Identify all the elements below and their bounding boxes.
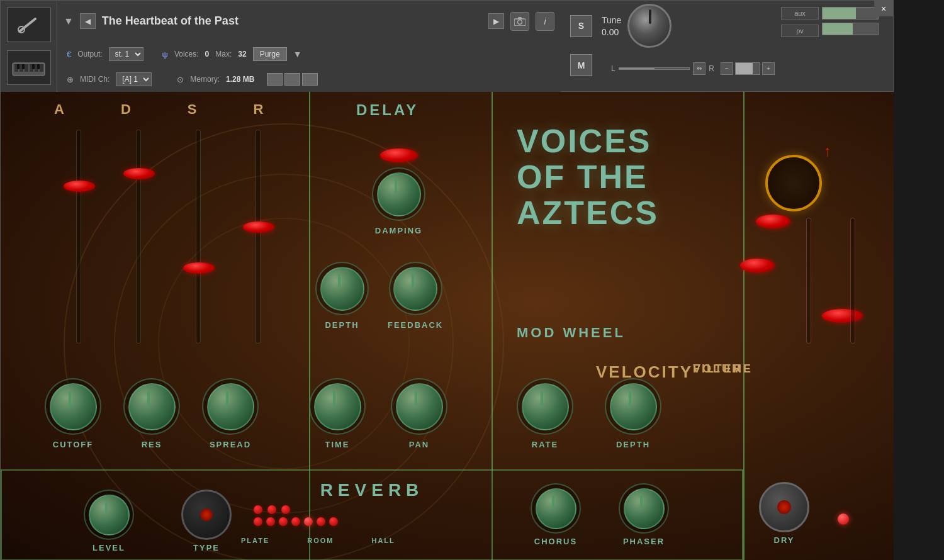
l-label: L [611, 64, 615, 73]
res-knob[interactable] [128, 383, 176, 430]
right-red-oval-1 [740, 259, 775, 272]
mem-bar-3 [302, 73, 318, 86]
svg-rect-12 [37, 64, 40, 69]
s-label: S [188, 101, 197, 118]
level-knob[interactable] [89, 495, 130, 535]
plate-dot-2[interactable] [267, 505, 276, 514]
d-slider-track[interactable] [136, 130, 141, 344]
right-red-oval-2 [822, 309, 863, 323]
adsr-labels: A D S R [54, 101, 263, 118]
lr-slider[interactable] [619, 67, 690, 70]
dry-knob[interactable] [759, 482, 809, 532]
a-slider-track[interactable] [76, 130, 81, 344]
m-button[interactable]: M [570, 54, 592, 76]
pan-knob[interactable] [396, 383, 443, 430]
room-dot-7[interactable] [329, 517, 338, 526]
dry-label: DRY [774, 535, 795, 545]
lr-center-btn[interactable]: ⇔ [693, 62, 705, 75]
a-label: A [54, 101, 64, 118]
purge-dropdown-arrow[interactable]: ▼ [293, 49, 302, 59]
memory-bars [267, 73, 318, 86]
room-dot-6[interactable] [317, 517, 325, 526]
room-dot-3[interactable] [279, 517, 288, 526]
spread-knob-circle [202, 378, 259, 435]
instrument-title: VOICES OF THE AZTECS [517, 123, 659, 232]
s-slider-track[interactable] [196, 130, 201, 344]
prev-preset-button[interactable]: ◀ [80, 13, 96, 29]
camera-button[interactable] [510, 12, 529, 31]
damping-knob[interactable] [377, 172, 421, 216]
level-label: LEVEL [93, 543, 125, 552]
mod-rate-knob-circle [517, 378, 573, 435]
pv-button[interactable]: pv [781, 25, 819, 37]
vol-plus-btn[interactable]: + [762, 62, 775, 75]
plate-dot-3[interactable] [281, 505, 290, 514]
keyboard-icon[interactable] [7, 50, 51, 85]
right-slider-2[interactable] [850, 218, 855, 344]
depth-delay-knob-circle [315, 262, 369, 315]
vol-minus-btn[interactable]: − [721, 62, 733, 75]
title-line1: VOICES [517, 123, 659, 159]
dry-indicator-dot[interactable] [838, 513, 849, 525]
mod-depth-knob-circle [605, 378, 661, 435]
room-dot-1[interactable] [254, 517, 262, 526]
room-dot-4[interactable] [291, 517, 300, 526]
phaser-label: PHASER [623, 537, 665, 546]
feedback-container: FEEDBACK [388, 262, 443, 330]
feedback-knob[interactable] [393, 267, 437, 311]
cutoff-container: CUTOFF [45, 378, 101, 449]
tune-label: Tune [602, 15, 621, 25]
modwheel-label: MOD WHEEL [517, 325, 626, 340]
r-label: R [709, 64, 714, 73]
right-slider-1[interactable] [806, 218, 811, 344]
room-dot-2[interactable] [266, 517, 275, 526]
s-button[interactable]: S [570, 15, 592, 37]
yellow-ring-knob[interactable]: ↑ [765, 155, 822, 211]
plate-dot-1[interactable] [254, 505, 262, 514]
chorus-knob[interactable] [536, 488, 576, 529]
mod-depth-label: DEPTH [616, 440, 650, 449]
cutoff-label: CUTOFF [53, 440, 93, 449]
purge-button[interactable]: Purge [253, 47, 287, 61]
close-button[interactable]: × [874, 1, 893, 16]
mem-bar-1 [267, 73, 283, 86]
reverb-label: REVERB [320, 480, 424, 500]
output-dropdown[interactable]: st. 1 [109, 47, 143, 61]
time-label: TIME [325, 440, 349, 449]
info-button[interactable]: i [536, 12, 554, 31]
r-slider-handle[interactable] [243, 221, 274, 233]
memory-value: 1.28 MB [226, 75, 254, 84]
mod-rate-knob[interactable] [522, 383, 569, 430]
max-label: Max: [215, 50, 232, 59]
spread-knob[interactable] [207, 383, 254, 430]
tune-knob[interactable] [627, 4, 671, 48]
dry-container: DRY [759, 482, 809, 545]
type-knob-center [200, 508, 213, 521]
output-label: Output: [77, 50, 102, 59]
vol-buttons: − + [721, 62, 775, 75]
controls-row1: € Output: st. 1 ψ Voices: 0 Max: 32 Purg… [57, 42, 561, 67]
dropdown-arrow[interactable]: ▼ [64, 16, 74, 27]
phaser-knob[interactable] [624, 488, 665, 529]
s-slider-handle[interactable] [183, 262, 215, 274]
a-slider-handle[interactable] [64, 181, 95, 192]
vol-fill-top [823, 8, 856, 19]
damping-red-indicator [380, 148, 418, 162]
cutoff-knob[interactable] [50, 383, 97, 430]
r-label: R [253, 101, 263, 118]
vol-bar-bottom [822, 23, 879, 35]
time-knob[interactable] [314, 383, 361, 430]
wrench-icon[interactable] [7, 8, 51, 42]
mod-depth-knob[interactable] [610, 383, 657, 430]
next-preset-button[interactable]: ▶ [488, 13, 504, 29]
d-slider-handle[interactable] [123, 168, 155, 179]
d-label: D [121, 101, 131, 118]
max-value: 32 [238, 50, 246, 59]
room-dot-5[interactable] [304, 517, 313, 526]
aux-button[interactable]: aux [781, 7, 819, 20]
midi-dropdown[interactable]: [A] 1 [116, 72, 152, 86]
damping-knob-circle [372, 167, 425, 221]
r-slider-track[interactable] [256, 130, 261, 344]
depth-delay-knob[interactable] [320, 267, 364, 311]
type-knob[interactable] [181, 490, 232, 540]
